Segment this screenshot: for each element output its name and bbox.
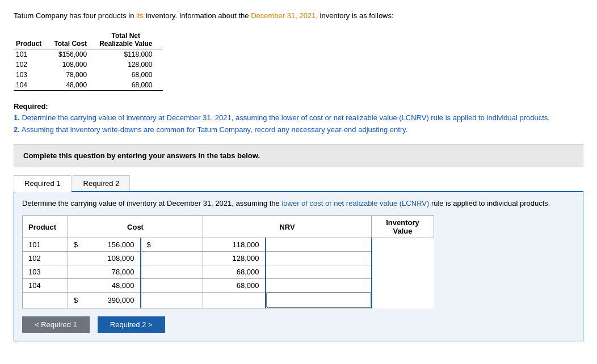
ans-inv-value-cell-0[interactable]: [266, 238, 372, 252]
ans-product-0: 101: [23, 238, 68, 252]
answer-row: 103 78,000 68,000: [23, 265, 434, 279]
tab-required1[interactable]: Required 1: [14, 175, 72, 192]
footer-product: [23, 293, 68, 308]
col-cost-header2: Total Cost: [52, 40, 97, 49]
col-nrv-header-bot: Realizable Value: [97, 40, 162, 49]
complete-box: Complete this question by entering your …: [14, 144, 583, 167]
ans-dollar-cost-1: [68, 252, 78, 265]
answer-col-product: Product: [23, 216, 68, 238]
footer-nrv-empty2: [203, 293, 266, 308]
tab-desc-highlight: lower of cost or net realizable value (L…: [281, 199, 429, 208]
req-item1: 1. Determine the carrying value of inven…: [14, 113, 550, 122]
ans-inv-value-input-2[interactable]: [266, 265, 371, 278]
inv-cost-1: 108,000: [52, 60, 97, 70]
ans-dollar-nrv-0: $: [141, 238, 203, 252]
footer-inv-value-cell[interactable]: [266, 293, 372, 308]
inv-nrv-3: 68,000: [97, 80, 162, 91]
footer-nrv-empty1: [141, 293, 203, 308]
prev-button[interactable]: < Required 1: [22, 316, 90, 333]
answer-row: 101 $ 156,000 $ 118,000: [23, 238, 434, 252]
inv-cost-3: 48,000: [52, 80, 97, 91]
ans-inv-value-input-0[interactable]: [266, 238, 371, 251]
answer-row: 102 108,000 128,000: [23, 252, 434, 265]
inv-cost-2: 78,000: [52, 70, 97, 80]
ans-nrv-val-2: 68,000: [203, 265, 266, 279]
inventory-row: 103 78,000 68,000: [14, 70, 163, 80]
tabs-container: Required 1 Required 2: [14, 175, 583, 192]
ans-dollar-nrv-3: [141, 279, 203, 293]
req-item1-text: Determine the carrying value of inventor…: [22, 113, 549, 122]
ans-inv-value-cell-1[interactable]: [266, 252, 372, 265]
col-product-header2: Product: [14, 40, 52, 49]
footer-total-cost: 390,000: [78, 293, 141, 308]
ans-product-1: 102: [23, 252, 68, 265]
inventory-table: Total Net Product Total Cost Realizable …: [14, 31, 163, 91]
inv-product-1: 102: [14, 60, 52, 70]
ans-nrv-val-3: 68,000: [203, 279, 266, 293]
complete-box-text: Complete this question by entering your …: [23, 151, 260, 160]
ans-cost-val-3: 48,000: [78, 279, 141, 293]
req-item1-num: 1.: [14, 113, 20, 122]
ans-inv-value-cell-3[interactable]: [266, 279, 372, 293]
ans-dollar-cost-3: [68, 279, 78, 293]
tab-required2[interactable]: Required 2: [73, 175, 131, 191]
ans-cost-val-1: 108,000: [78, 252, 141, 265]
highlight-date: December 31, 2021,: [251, 11, 318, 20]
ans-inv-value-input-1[interactable]: [266, 252, 371, 265]
col-product-header: [14, 31, 52, 40]
answer-table: Product Cost NRV InventoryValue 101 $ 15…: [22, 215, 434, 308]
inv-nrv-1: 128,000: [97, 60, 162, 70]
intro-paragraph: Tatum Company has four products in its i…: [14, 10, 583, 22]
inv-nrv-0: $118,000: [97, 49, 162, 60]
col-nrv-header-top: Total Net: [97, 31, 162, 40]
ans-product-3: 104: [23, 279, 68, 293]
ans-nrv-val-0: 118,000: [203, 238, 266, 252]
ans-dollar-nrv-1: [141, 252, 203, 265]
col-cost-header: [52, 31, 97, 40]
inv-product-2: 103: [14, 70, 52, 80]
inv-product-3: 104: [14, 80, 52, 91]
required-section: Required: 1. Determine the carrying valu…: [14, 101, 583, 136]
next-button[interactable]: Required 2 >: [98, 316, 165, 333]
answer-row: 104 48,000 68,000: [23, 279, 434, 293]
nav-buttons: < Required 1 Required 2 >: [22, 316, 575, 333]
footer-inv-value-input[interactable]: [266, 293, 371, 308]
req-item2-num: 2.: [14, 125, 20, 134]
inventory-row: 104 48,000 68,000: [14, 80, 163, 91]
ans-dollar-cost-2: [68, 265, 78, 279]
inventory-row: 101 $156,000 $118,000: [14, 49, 163, 60]
inv-cost-0: $156,000: [52, 49, 97, 60]
highlight-its: its: [136, 11, 144, 20]
req-item2-text: Assuming that inventory write-downs are …: [22, 125, 408, 134]
ans-cost-val-0: 156,000: [78, 238, 141, 252]
ans-inv-value-cell-2[interactable]: [266, 265, 372, 279]
ans-dollar-cost-0: $: [68, 238, 78, 252]
inv-nrv-2: 68,000: [97, 70, 162, 80]
answer-col-cost: Cost: [68, 216, 203, 238]
footer-dollar: $: [68, 293, 78, 308]
ans-dollar-nrv-2: [141, 265, 203, 279]
req-item2: 2. Assuming that inventory write-downs a…: [14, 125, 407, 134]
ans-nrv-val-1: 128,000: [203, 252, 266, 265]
ans-inv-value-input-3[interactable]: [266, 279, 371, 292]
answer-col-inv-value: InventoryValue: [372, 216, 434, 238]
inv-product-0: 101: [14, 49, 52, 60]
tab-description: Determine the carrying value of inventor…: [22, 198, 575, 209]
ans-product-2: 103: [23, 265, 68, 279]
inventory-row: 102 108,000 128,000: [14, 60, 163, 70]
answer-col-nrv: NRV: [203, 216, 372, 238]
tab-content-required1: Determine the carrying value of inventor…: [14, 192, 583, 342]
required-title: Required:: [14, 102, 48, 111]
ans-cost-val-2: 78,000: [78, 265, 141, 279]
